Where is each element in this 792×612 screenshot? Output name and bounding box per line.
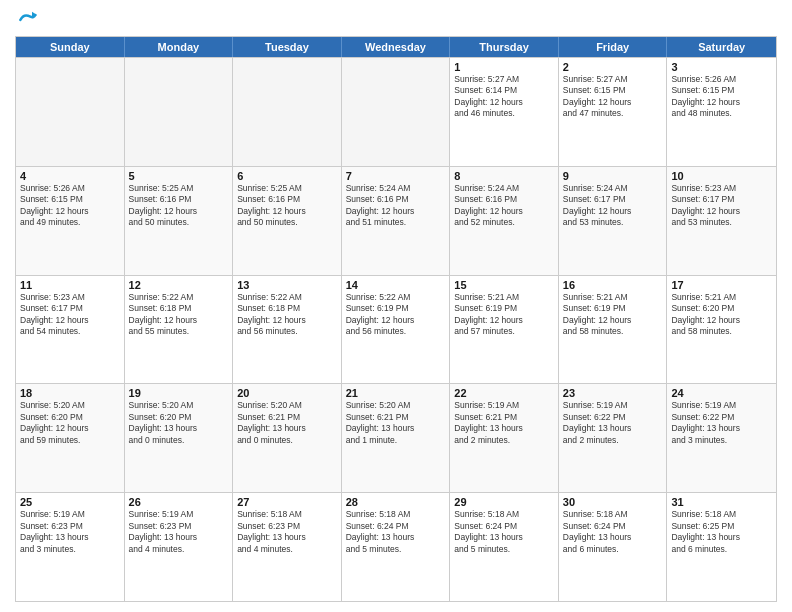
day-cell-15: 15Sunrise: 5:21 AM Sunset: 6:19 PM Dayli… — [450, 276, 559, 384]
calendar-row-4: 18Sunrise: 5:20 AM Sunset: 6:20 PM Dayli… — [16, 383, 776, 492]
cell-info: Sunrise: 5:18 AM Sunset: 6:24 PM Dayligh… — [563, 509, 663, 555]
cell-info: Sunrise: 5:27 AM Sunset: 6:14 PM Dayligh… — [454, 74, 554, 120]
calendar-row-1: 1Sunrise: 5:27 AM Sunset: 6:14 PM Daylig… — [16, 57, 776, 166]
cell-info: Sunrise: 5:19 AM Sunset: 6:21 PM Dayligh… — [454, 400, 554, 446]
logo-icon — [17, 10, 37, 30]
day-number: 9 — [563, 170, 663, 182]
day-cell-1: 1Sunrise: 5:27 AM Sunset: 6:14 PM Daylig… — [450, 58, 559, 166]
header-day-thursday: Thursday — [450, 37, 559, 57]
cell-info: Sunrise: 5:20 AM Sunset: 6:20 PM Dayligh… — [20, 400, 120, 446]
header-day-tuesday: Tuesday — [233, 37, 342, 57]
day-cell-12: 12Sunrise: 5:22 AM Sunset: 6:18 PM Dayli… — [125, 276, 234, 384]
cell-info: Sunrise: 5:24 AM Sunset: 6:16 PM Dayligh… — [454, 183, 554, 229]
day-cell-3: 3Sunrise: 5:26 AM Sunset: 6:15 PM Daylig… — [667, 58, 776, 166]
cell-info: Sunrise: 5:24 AM Sunset: 6:17 PM Dayligh… — [563, 183, 663, 229]
day-cell-31: 31Sunrise: 5:18 AM Sunset: 6:25 PM Dayli… — [667, 493, 776, 601]
day-number: 23 — [563, 387, 663, 399]
day-cell-16: 16Sunrise: 5:21 AM Sunset: 6:19 PM Dayli… — [559, 276, 668, 384]
day-cell-20: 20Sunrise: 5:20 AM Sunset: 6:21 PM Dayli… — [233, 384, 342, 492]
cell-info: Sunrise: 5:20 AM Sunset: 6:21 PM Dayligh… — [346, 400, 446, 446]
day-number: 3 — [671, 61, 772, 73]
day-number: 17 — [671, 279, 772, 291]
day-number: 16 — [563, 279, 663, 291]
day-cell-29: 29Sunrise: 5:18 AM Sunset: 6:24 PM Dayli… — [450, 493, 559, 601]
day-cell-30: 30Sunrise: 5:18 AM Sunset: 6:24 PM Dayli… — [559, 493, 668, 601]
empty-cell-r0c1 — [125, 58, 234, 166]
day-number: 6 — [237, 170, 337, 182]
empty-cell-r0c2 — [233, 58, 342, 166]
day-cell-21: 21Sunrise: 5:20 AM Sunset: 6:21 PM Dayli… — [342, 384, 451, 492]
day-number: 15 — [454, 279, 554, 291]
cell-info: Sunrise: 5:25 AM Sunset: 6:16 PM Dayligh… — [129, 183, 229, 229]
day-cell-8: 8Sunrise: 5:24 AM Sunset: 6:16 PM Daylig… — [450, 167, 559, 275]
day-cell-10: 10Sunrise: 5:23 AM Sunset: 6:17 PM Dayli… — [667, 167, 776, 275]
cell-info: Sunrise: 5:25 AM Sunset: 6:16 PM Dayligh… — [237, 183, 337, 229]
cell-info: Sunrise: 5:18 AM Sunset: 6:24 PM Dayligh… — [454, 509, 554, 555]
day-cell-27: 27Sunrise: 5:18 AM Sunset: 6:23 PM Dayli… — [233, 493, 342, 601]
cell-info: Sunrise: 5:19 AM Sunset: 6:22 PM Dayligh… — [671, 400, 772, 446]
day-cell-19: 19Sunrise: 5:20 AM Sunset: 6:20 PM Dayli… — [125, 384, 234, 492]
day-cell-22: 22Sunrise: 5:19 AM Sunset: 6:21 PM Dayli… — [450, 384, 559, 492]
day-number: 12 — [129, 279, 229, 291]
day-cell-25: 25Sunrise: 5:19 AM Sunset: 6:23 PM Dayli… — [16, 493, 125, 601]
cell-info: Sunrise: 5:19 AM Sunset: 6:22 PM Dayligh… — [563, 400, 663, 446]
day-cell-9: 9Sunrise: 5:24 AM Sunset: 6:17 PM Daylig… — [559, 167, 668, 275]
day-cell-7: 7Sunrise: 5:24 AM Sunset: 6:16 PM Daylig… — [342, 167, 451, 275]
day-number: 22 — [454, 387, 554, 399]
day-cell-23: 23Sunrise: 5:19 AM Sunset: 6:22 PM Dayli… — [559, 384, 668, 492]
calendar-row-2: 4Sunrise: 5:26 AM Sunset: 6:15 PM Daylig… — [16, 166, 776, 275]
header — [15, 10, 777, 30]
day-cell-6: 6Sunrise: 5:25 AM Sunset: 6:16 PM Daylig… — [233, 167, 342, 275]
header-day-saturday: Saturday — [667, 37, 776, 57]
header-day-monday: Monday — [125, 37, 234, 57]
day-number: 5 — [129, 170, 229, 182]
day-number: 14 — [346, 279, 446, 291]
cell-info: Sunrise: 5:22 AM Sunset: 6:18 PM Dayligh… — [237, 292, 337, 338]
calendar-header: SundayMondayTuesdayWednesdayThursdayFrid… — [16, 37, 776, 57]
cell-info: Sunrise: 5:26 AM Sunset: 6:15 PM Dayligh… — [20, 183, 120, 229]
day-number: 29 — [454, 496, 554, 508]
cell-info: Sunrise: 5:23 AM Sunset: 6:17 PM Dayligh… — [671, 183, 772, 229]
day-number: 25 — [20, 496, 120, 508]
cell-info: Sunrise: 5:21 AM Sunset: 6:19 PM Dayligh… — [563, 292, 663, 338]
day-number: 18 — [20, 387, 120, 399]
day-number: 27 — [237, 496, 337, 508]
header-day-sunday: Sunday — [16, 37, 125, 57]
day-number: 10 — [671, 170, 772, 182]
cell-info: Sunrise: 5:22 AM Sunset: 6:19 PM Dayligh… — [346, 292, 446, 338]
cell-info: Sunrise: 5:24 AM Sunset: 6:16 PM Dayligh… — [346, 183, 446, 229]
day-cell-13: 13Sunrise: 5:22 AM Sunset: 6:18 PM Dayli… — [233, 276, 342, 384]
day-number: 21 — [346, 387, 446, 399]
day-number: 13 — [237, 279, 337, 291]
cell-info: Sunrise: 5:26 AM Sunset: 6:15 PM Dayligh… — [671, 74, 772, 120]
cell-info: Sunrise: 5:20 AM Sunset: 6:20 PM Dayligh… — [129, 400, 229, 446]
day-number: 28 — [346, 496, 446, 508]
cell-info: Sunrise: 5:27 AM Sunset: 6:15 PM Dayligh… — [563, 74, 663, 120]
day-number: 1 — [454, 61, 554, 73]
cell-info: Sunrise: 5:23 AM Sunset: 6:17 PM Dayligh… — [20, 292, 120, 338]
day-cell-4: 4Sunrise: 5:26 AM Sunset: 6:15 PM Daylig… — [16, 167, 125, 275]
day-number: 24 — [671, 387, 772, 399]
day-number: 31 — [671, 496, 772, 508]
day-cell-17: 17Sunrise: 5:21 AM Sunset: 6:20 PM Dayli… — [667, 276, 776, 384]
cell-info: Sunrise: 5:19 AM Sunset: 6:23 PM Dayligh… — [20, 509, 120, 555]
calendar-row-5: 25Sunrise: 5:19 AM Sunset: 6:23 PM Dayli… — [16, 492, 776, 601]
day-cell-14: 14Sunrise: 5:22 AM Sunset: 6:19 PM Dayli… — [342, 276, 451, 384]
cell-info: Sunrise: 5:22 AM Sunset: 6:18 PM Dayligh… — [129, 292, 229, 338]
day-number: 26 — [129, 496, 229, 508]
day-number: 20 — [237, 387, 337, 399]
empty-cell-r0c0 — [16, 58, 125, 166]
cell-info: Sunrise: 5:18 AM Sunset: 6:25 PM Dayligh… — [671, 509, 772, 555]
day-number: 11 — [20, 279, 120, 291]
page: SundayMondayTuesdayWednesdayThursdayFrid… — [0, 0, 792, 612]
cell-info: Sunrise: 5:20 AM Sunset: 6:21 PM Dayligh… — [237, 400, 337, 446]
calendar-row-3: 11Sunrise: 5:23 AM Sunset: 6:17 PM Dayli… — [16, 275, 776, 384]
day-cell-24: 24Sunrise: 5:19 AM Sunset: 6:22 PM Dayli… — [667, 384, 776, 492]
day-cell-18: 18Sunrise: 5:20 AM Sunset: 6:20 PM Dayli… — [16, 384, 125, 492]
cell-info: Sunrise: 5:21 AM Sunset: 6:19 PM Dayligh… — [454, 292, 554, 338]
day-number: 30 — [563, 496, 663, 508]
day-cell-26: 26Sunrise: 5:19 AM Sunset: 6:23 PM Dayli… — [125, 493, 234, 601]
day-cell-28: 28Sunrise: 5:18 AM Sunset: 6:24 PM Dayli… — [342, 493, 451, 601]
day-number: 2 — [563, 61, 663, 73]
header-day-wednesday: Wednesday — [342, 37, 451, 57]
